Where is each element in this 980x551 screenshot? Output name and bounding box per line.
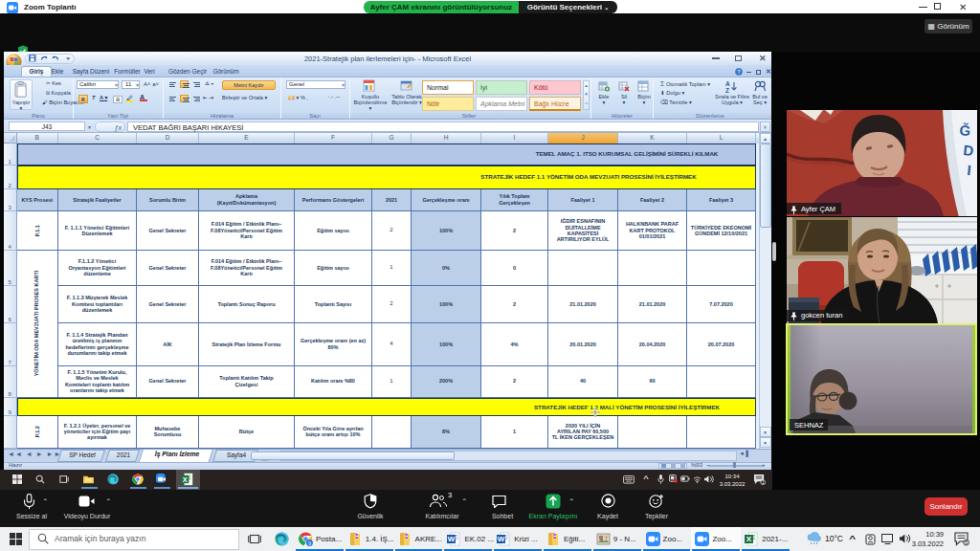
- svg-text:X: X: [746, 535, 752, 543]
- svg-text:W: W: [498, 535, 505, 543]
- svg-text:5: 5: [965, 540, 968, 545]
- svg-text:A: A: [725, 80, 730, 87]
- svg-text:W: W: [448, 535, 456, 543]
- svg-text:Ğ: Ğ: [959, 121, 971, 139]
- svg-text:Z: Z: [725, 87, 729, 93]
- svg-text:9: 9: [308, 540, 311, 546]
- svg-text:X: X: [183, 475, 188, 484]
- svg-text:1: 1: [762, 480, 765, 485]
- svg-text:D: D: [963, 142, 975, 159]
